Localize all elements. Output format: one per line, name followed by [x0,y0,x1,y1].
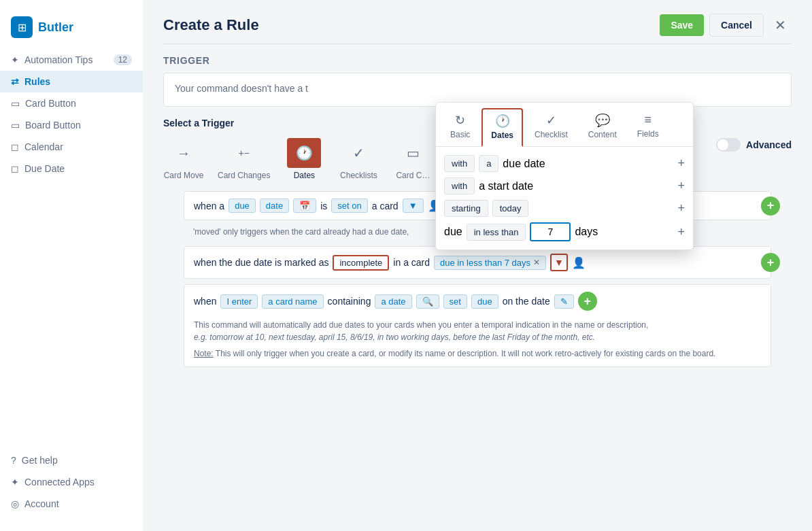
connected-apps-icon: ✦ [11,477,19,487]
days-input[interactable] [530,222,571,241]
popup-tab-checklist[interactable]: ✓ Checklist [526,108,577,146]
sidebar-item-account[interactable]: ◎ Account [0,493,143,515]
checklist-tab-icon: ✓ [546,113,556,128]
sidebar-item-connected-apps[interactable]: ✦ Connected Apps [0,471,143,493]
toggle-knob [717,139,728,150]
trigger-card-c[interactable]: ▭ Card C… [392,138,433,180]
sidebar-item-label: Account [24,498,59,509]
popup-token-in-less-than[interactable]: in less than [467,224,526,241]
rule-row-2: when the due date is marked as incomplet… [184,246,771,279]
popup-plus-1[interactable]: + [677,156,685,171]
popup-plus-2[interactable]: + [677,179,685,193]
trigger-label: Trigger [163,55,792,66]
due-tag-remove[interactable]: ✕ [533,258,540,267]
trigger-dates[interactable]: 🕐 Dates [284,138,324,180]
trigger-placeholder-text: Your command doesn't have a t [175,83,308,94]
add-rule-btn-1[interactable]: + [761,196,780,216]
filter-icon-2[interactable]: ▼ [550,254,568,271]
dates-icon-box: 🕐 [287,138,321,168]
sidebar-item-card-button[interactable]: ▭ Card Button [0,92,143,114]
sidebar-item-label: Connected Apps [24,477,95,487]
popup-tab-content[interactable]: 💬 Content [579,108,626,146]
dates-popup: ↻ Basic 🕐 Dates ✓ Checklist 💬 Content ≡ [435,102,694,250]
card-changes-label: Card Changes [218,171,270,180]
fields-tab-icon: ≡ [645,113,652,127]
help-icon: ? [11,455,16,466]
token-set[interactable]: set [443,294,467,309]
a-card-text: a card [372,201,399,211]
sidebar-item-label: Rules [24,76,50,87]
page-header: Create a Rule Save Cancel ✕ [143,0,812,44]
sidebar-logo: ⊞ Butler [0,11,143,49]
token-edit-icon[interactable]: ✎ [554,294,574,309]
popup-tab-basic[interactable]: ↻ Basic [441,108,479,146]
token-incomplete[interactable]: incomplete [333,255,389,271]
token-card-name[interactable]: a card name [262,294,323,309]
token-date[interactable]: date [260,199,289,213]
sidebar-item-label: Card Button [25,98,76,109]
trigger-card-move[interactable]: → Card Move [163,138,204,180]
card-c-icon-box: ▭ [396,138,430,168]
sidebar-item-label: Calendar [24,141,63,152]
logo-icon: ⊞ [11,16,33,38]
sidebar-item-due-date[interactable]: ◻ Due Date [0,158,143,179]
content-tab-label: Content [588,130,617,139]
token-calendar-icon[interactable]: 📅 [293,199,316,213]
popup-tab-fields[interactable]: ≡ Fields [628,108,668,146]
account-icon: ◎ [11,498,19,509]
automation-tips-icon: ✦ [11,54,19,65]
dates-tab-label: Dates [491,131,513,140]
token-due-2[interactable]: due [471,294,498,309]
popup-text-start-date: a start date [479,180,533,192]
person-icon-2[interactable]: 👤 [572,256,586,269]
add-rule-btn-2[interactable]: + [761,253,780,272]
card-changes-icon-box: +− [227,138,261,168]
popup-plus-3[interactable]: + [677,201,685,216]
sidebar-item-rules[interactable]: ⇄ Rules [0,71,143,92]
board-button-icon: ▭ [11,120,20,131]
save-button[interactable]: Save [660,14,704,36]
popup-plus-4[interactable]: + [677,225,685,239]
logo-text: Butler [38,20,73,35]
token-i-enter[interactable]: I enter [220,294,258,309]
popup-row-4: due in less than days + [444,222,685,241]
when-a-text: when a [194,201,224,211]
close-button[interactable]: ✕ [769,14,792,36]
advanced-label: Advanced [746,139,792,150]
cancel-button[interactable]: Cancel [709,14,764,37]
card-move-icon-box: → [167,138,201,168]
content-tab-icon: 💬 [595,113,610,128]
popup-token-a-1[interactable]: a [479,155,498,172]
add-rule-btn-3[interactable]: + [578,292,597,311]
header-actions: Save Cancel ✕ [660,14,792,37]
popup-row-1: with a due date + [444,155,685,172]
sidebar-item-calendar[interactable]: ◻ Calendar [0,136,143,158]
sidebar-item-get-help[interactable]: ? Get help [0,449,143,471]
token-filter-down[interactable]: ▼ [403,199,424,213]
token-a-date[interactable]: a date [375,294,411,309]
rule-row-3-tokens: when I enter a card name containing a da… [194,292,597,311]
is-text: is [320,201,327,211]
on-the-date-text: on the date [503,296,550,307]
sidebar-item-automation-tips[interactable]: ✦ Automation Tips 12 [0,49,143,71]
calendar-icon: ◻ [11,141,19,152]
due-tag-text: due in less than 7 days [440,258,530,268]
advanced-toggle[interactable] [716,138,741,152]
trigger-checklists[interactable]: ✓ Checklists [338,138,379,180]
sidebar-item-board-button[interactable]: ▭ Board Button [0,114,143,136]
popup-row-2: with a start date + [444,177,685,194]
due-date-icon: ◻ [11,163,19,174]
popup-token-starting[interactable]: starting [444,200,488,217]
popup-token-with-1[interactable]: with [444,155,475,172]
popup-token-today[interactable]: today [492,200,529,217]
token-search-icon[interactable]: 🔍 [416,294,439,309]
popup-tab-dates[interactable]: 🕐 Dates [481,108,523,147]
popup-row-3: starting today + [444,200,685,217]
trigger-card-changes[interactable]: +− Card Changes [218,138,270,180]
sidebar-item-label: Get help [22,455,58,466]
popup-token-with-2[interactable]: with [444,177,475,194]
rule-row-3: when I enter a card name containing a da… [184,284,771,367]
token-set-on[interactable]: set on [331,199,367,213]
token-due[interactable]: due [229,199,256,213]
when-text: when [194,296,216,307]
